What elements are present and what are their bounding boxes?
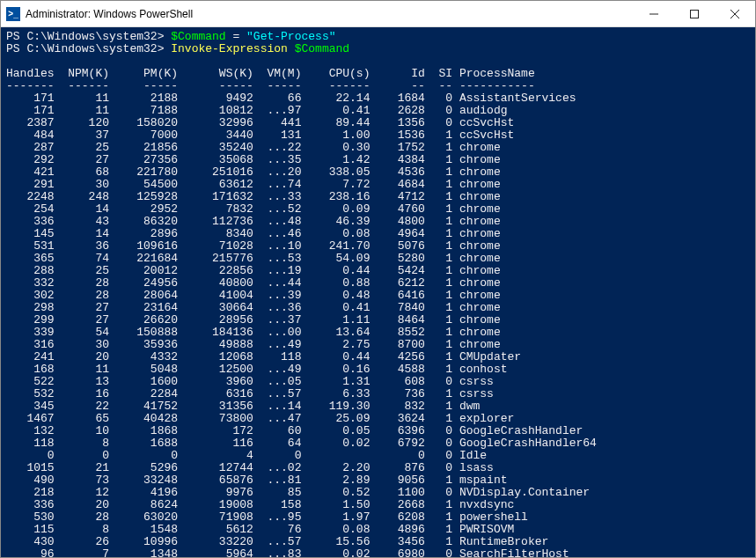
table-row: 291 30 54500 63612 ...74 7.72 4684 1 chr… — [6, 179, 750, 191]
prompt-line: PS C:\Windows\system32> Invoke-Expressio… — [6, 43, 750, 55]
table-row: 484 37 7000 3440 131 1.00 1536 1 ccSvcHs… — [6, 129, 750, 142]
table-row: 145 14 2896 8340 ...46 0.08 4964 1 chrom… — [6, 228, 750, 240]
table-row: 316 30 35936 49888 ...49 2.75 8700 1 chr… — [6, 339, 750, 351]
table-row: 336 20 8624 19008 158 1.50 2668 1 nvxdsy… — [6, 499, 750, 511]
table-row: 339 54 150888 184136 ...00 13.64 8552 1 … — [6, 327, 750, 339]
table-row: 299 27 26620 28956 ...37 1.11 8464 1 chr… — [6, 314, 750, 327]
table-row: 530 28 63020 71908 ...95 1.97 6208 1 pow… — [6, 511, 750, 524]
table-row: 287 25 21856 35240 ...22 0.30 1752 1 chr… — [6, 142, 750, 154]
table-row: 118 8 1688 116 64 0.02 6792 0 GoogleCras… — [6, 437, 750, 450]
table-row: 2248 248 125928 171632 ...33 238.16 4712… — [6, 191, 750, 203]
minimize-button[interactable] — [634, 1, 674, 26]
terminal-output[interactable]: PS C:\Windows\system32> $Command = "Get-… — [1, 27, 755, 557]
table-row: 421 68 221780 251016 ...20 338.05 4536 1… — [6, 166, 750, 179]
table-row: 2387 120 158020 32996 441 89.44 1356 0 c… — [6, 117, 750, 129]
table-row: 332 28 24956 40800 ...44 0.88 6212 1 chr… — [6, 277, 750, 290]
table-separator: ------- ------ ----- ----- ----- ------ … — [6, 80, 750, 92]
svg-rect-1 — [691, 10, 699, 18]
table-row: 1015 21 5296 12744 ...02 2.20 876 0 lsas… — [6, 462, 750, 474]
table-row: 365 74 221684 215776 ...53 54.09 5280 1 … — [6, 253, 750, 265]
table-row: 302 28 28064 41004 ...39 0.48 6416 1 chr… — [6, 290, 750, 302]
powershell-icon: >_ — [6, 7, 20, 21]
table-header: Handles NPM(K) PM(K) WS(K) VM(M) CPU(s) … — [6, 68, 750, 80]
table-row: 1467 65 40428 73800 ...47 25.09 3624 1 e… — [6, 413, 750, 425]
table-row: 168 11 5048 12500 ...49 0.16 4588 1 conh… — [6, 363, 750, 376]
table-row: 254 14 2952 7832 ...52 0.09 4760 1 chrom… — [6, 203, 750, 216]
table-row: 531 36 109616 71028 ...10 241.70 5076 1 … — [6, 240, 750, 253]
window-titlebar: >_ Administrator: Windows PowerShell — [1, 1, 755, 27]
table-row: 336 43 86320 112736 ...48 46.39 4800 1 c… — [6, 216, 750, 228]
window-controls — [634, 1, 755, 26]
table-row: 171 11 2188 9492 66 22.14 1684 0 Assista… — [6, 92, 750, 105]
table-row: 522 13 1600 3960 ...05 1.31 608 0 csrss — [6, 376, 750, 388]
table-row: 345 22 41752 31356 ...14 119.30 832 1 dw… — [6, 400, 750, 413]
table-row: 298 27 23164 30664 ...36 0.41 7840 1 chr… — [6, 302, 750, 314]
table-row: 288 25 20012 22856 ...19 0.44 5424 1 chr… — [6, 265, 750, 277]
table-row: 490 73 33248 65876 ...81 2.89 9056 1 msp… — [6, 474, 750, 487]
close-button[interactable] — [715, 1, 755, 26]
table-row: 218 12 4196 9976 85 0.52 1100 0 NVDispla… — [6, 487, 750, 499]
table-row: 241 20 4332 12068 118 0.44 4256 1 CMUpda… — [6, 351, 750, 363]
window-title: Administrator: Windows PowerShell — [26, 8, 634, 20]
table-row: 96 7 1348 5964 ...83 0.02 6980 0 SearchF… — [6, 548, 750, 557]
maximize-button[interactable] — [674, 1, 715, 26]
table-row: 171 11 7188 10812 ...97 0.41 2628 0 audi… — [6, 105, 750, 117]
table-row: 0 0 0 4 0 0 0 Idle — [6, 450, 750, 462]
table-row: 430 26 10996 33220 ...57 15.56 3456 1 Ru… — [6, 536, 750, 548]
table-row: 115 8 1548 5612 76 0.08 4896 1 PWRISOVM — [6, 524, 750, 536]
table-row: 132 10 1868 172 60 0.05 6396 0 GoogleCra… — [6, 425, 750, 437]
table-row: 532 16 2284 6316 ...57 6.33 736 1 csrss — [6, 388, 750, 400]
prompt-line: PS C:\Windows\system32> $Command = "Get-… — [6, 31, 750, 43]
table-row: 292 27 27356 35068 ...35 1.42 4384 1 chr… — [6, 154, 750, 166]
